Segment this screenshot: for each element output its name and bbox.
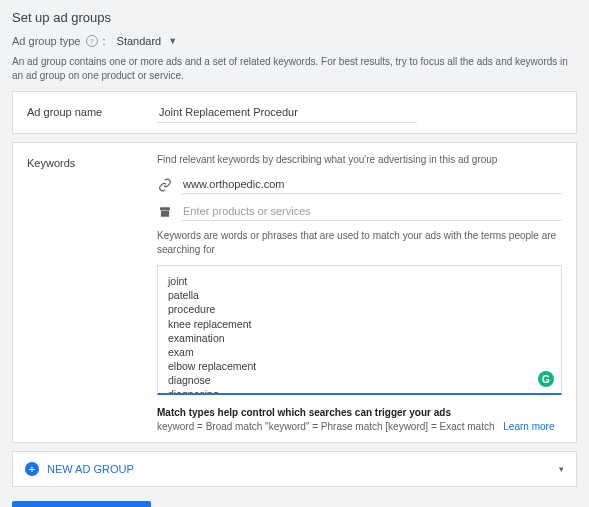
ad-group-type-row: Ad group type ? : Standard ▼ [12, 35, 577, 47]
ad-group-type-label: Ad group type [12, 35, 81, 47]
chevron-down-icon[interactable]: ▼ [168, 36, 177, 46]
page-title: Set up ad groups [12, 10, 577, 25]
save-and-continue-button[interactable]: SAVE AND CONTINUE [12, 501, 151, 507]
new-ad-group-card[interactable]: + NEW AD GROUP ▾ [12, 451, 577, 487]
grammarly-icon[interactable]: G [538, 371, 554, 387]
keywords-help-mid: Keywords are words or phrases that are u… [157, 229, 562, 257]
link-icon [157, 178, 173, 192]
plus-icon: + [25, 462, 39, 476]
new-ad-group-label: NEW AD GROUP [47, 463, 134, 475]
keywords-help-top: Find relevant keywords by describing wha… [157, 153, 562, 167]
match-types-body: keyword = Broad match "keyword" = Phrase… [157, 421, 562, 432]
url-row [157, 175, 562, 194]
footer: SAVE AND CONTINUE CANCEL [12, 501, 577, 507]
product-row [157, 202, 562, 221]
intro-text: An ad group contains one or more ads and… [12, 55, 577, 83]
chevron-down-icon[interactable]: ▾ [559, 464, 564, 474]
keywords-textarea[interactable] [157, 265, 562, 395]
ad-group-name-input[interactable] [157, 102, 417, 123]
keywords-card: Keywords Find relevant keywords by descr… [12, 142, 577, 443]
help-icon[interactable]: ? [86, 35, 98, 47]
keywords-label: Keywords [27, 153, 147, 432]
ad-group-name-card: Ad group name [12, 91, 577, 134]
colon: : [103, 35, 106, 47]
ad-group-type-value[interactable]: Standard [117, 35, 162, 47]
match-types-text: keyword = Broad match "keyword" = Phrase… [157, 421, 495, 432]
storefront-icon [157, 205, 173, 219]
learn-more-link[interactable]: Learn more [503, 421, 554, 432]
product-input[interactable] [181, 202, 562, 221]
url-input[interactable] [181, 175, 562, 194]
match-types-heading: Match types help control which searches … [157, 407, 562, 418]
ad-group-name-label: Ad group name [27, 102, 147, 123]
